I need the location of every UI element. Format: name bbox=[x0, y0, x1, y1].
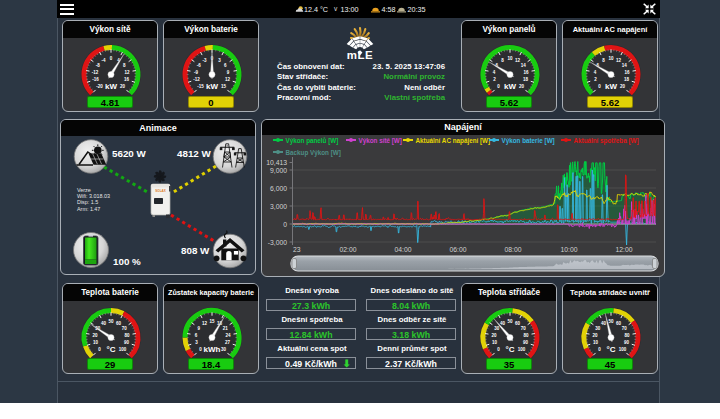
svg-text:-20: -20 bbox=[96, 84, 103, 89]
svg-text:16: 16 bbox=[625, 70, 631, 75]
svg-text:80: 80 bbox=[625, 333, 631, 338]
svg-text:70: 70 bbox=[622, 326, 628, 331]
svg-text:30: 30 bbox=[494, 326, 500, 331]
svg-text:0: 0 bbox=[283, 221, 287, 228]
svg-text:-12: -12 bbox=[193, 77, 200, 82]
svg-text:60: 60 bbox=[515, 321, 521, 326]
svg-text:°C: °C bbox=[506, 345, 515, 354]
svg-text:-15: -15 bbox=[197, 84, 204, 89]
svg-text:14: 14 bbox=[521, 63, 527, 68]
svg-text:12: 12 bbox=[125, 70, 131, 75]
svg-text:40: 40 bbox=[101, 321, 107, 326]
svg-text:12: 12 bbox=[515, 58, 521, 63]
svg-text:90: 90 bbox=[523, 340, 529, 345]
svg-text:15: 15 bbox=[209, 319, 215, 324]
svg-text:02:00: 02:00 bbox=[339, 246, 356, 253]
svg-text:9,000: 9,000 bbox=[270, 167, 287, 174]
svg-text:°C: °C bbox=[607, 345, 616, 354]
svg-text:27: 27 bbox=[225, 340, 231, 345]
svg-text:40: 40 bbox=[500, 321, 506, 326]
svg-text:50: 50 bbox=[108, 319, 114, 324]
svg-text:50: 50 bbox=[608, 319, 614, 324]
svg-text:12:00: 12:00 bbox=[615, 246, 632, 253]
svg-text:12: 12 bbox=[616, 58, 622, 63]
svg-text:100: 100 bbox=[518, 347, 526, 352]
svg-text:100: 100 bbox=[119, 347, 127, 352]
svg-text:18: 18 bbox=[523, 77, 529, 82]
svg-text:70: 70 bbox=[122, 326, 128, 331]
svg-text:20: 20 bbox=[519, 84, 525, 89]
svg-text:10: 10 bbox=[507, 56, 513, 61]
svg-text:80: 80 bbox=[524, 333, 530, 338]
svg-text:-8: -8 bbox=[96, 63, 100, 68]
svg-text:12: 12 bbox=[202, 321, 208, 326]
svg-text:12: 12 bbox=[225, 77, 231, 82]
svg-text:-4: -4 bbox=[102, 58, 106, 63]
svg-text:kW: kW bbox=[206, 82, 218, 91]
svg-text:16: 16 bbox=[124, 77, 130, 82]
svg-text:10: 10 bbox=[93, 340, 99, 345]
svg-text:-3: -3 bbox=[203, 58, 207, 63]
svg-text:20: 20 bbox=[92, 333, 98, 338]
svg-text:-6: -6 bbox=[197, 63, 201, 68]
svg-text:-12: -12 bbox=[92, 70, 99, 75]
svg-text:kW: kW bbox=[605, 82, 617, 91]
svg-text:100: 100 bbox=[619, 347, 627, 352]
svg-text:60: 60 bbox=[616, 321, 622, 326]
svg-text:10: 10 bbox=[492, 340, 498, 345]
svg-text:60: 60 bbox=[116, 321, 122, 326]
svg-text:30: 30 bbox=[595, 326, 601, 331]
svg-text:20: 20 bbox=[620, 84, 626, 89]
svg-text:50: 50 bbox=[507, 319, 513, 324]
svg-text:04:00: 04:00 bbox=[394, 246, 411, 253]
svg-text:kWh: kWh bbox=[204, 345, 221, 354]
svg-text:80: 80 bbox=[125, 333, 131, 338]
svg-text:10: 10 bbox=[593, 340, 599, 345]
svg-text:90: 90 bbox=[124, 340, 130, 345]
svg-text:6,000: 6,000 bbox=[270, 185, 287, 192]
svg-text:70: 70 bbox=[521, 326, 527, 331]
svg-text:10,413: 10,413 bbox=[266, 159, 287, 166]
svg-text:kW: kW bbox=[105, 82, 117, 91]
svg-text:06:00: 06:00 bbox=[449, 246, 466, 253]
svg-text:3,000: 3,000 bbox=[270, 203, 287, 210]
svg-text:20: 20 bbox=[491, 333, 497, 338]
svg-text:24: 24 bbox=[226, 333, 232, 338]
svg-text:90: 90 bbox=[624, 340, 630, 345]
svg-text:SOLAX: SOLAX bbox=[155, 189, 165, 193]
svg-text:kW: kW bbox=[504, 82, 516, 91]
svg-text:23: 23 bbox=[293, 246, 301, 253]
svg-text:14: 14 bbox=[622, 63, 628, 68]
svg-text:16: 16 bbox=[524, 70, 530, 75]
svg-text:21: 21 bbox=[223, 326, 229, 331]
svg-text:°C: °C bbox=[107, 345, 116, 354]
svg-text:30: 30 bbox=[221, 347, 227, 352]
svg-text:40: 40 bbox=[601, 321, 607, 326]
svg-text:20: 20 bbox=[592, 333, 598, 338]
svg-text:15: 15 bbox=[221, 84, 227, 89]
svg-text:18: 18 bbox=[624, 77, 630, 82]
svg-text:10:00: 10:00 bbox=[560, 246, 577, 253]
svg-text:20: 20 bbox=[120, 84, 126, 89]
svg-text:08:00: 08:00 bbox=[504, 246, 521, 253]
svg-text:10: 10 bbox=[608, 56, 614, 61]
svg-text:-9: -9 bbox=[194, 70, 198, 75]
svg-text:-3,000: -3,000 bbox=[268, 239, 287, 246]
svg-text:-16: -16 bbox=[92, 77, 99, 82]
